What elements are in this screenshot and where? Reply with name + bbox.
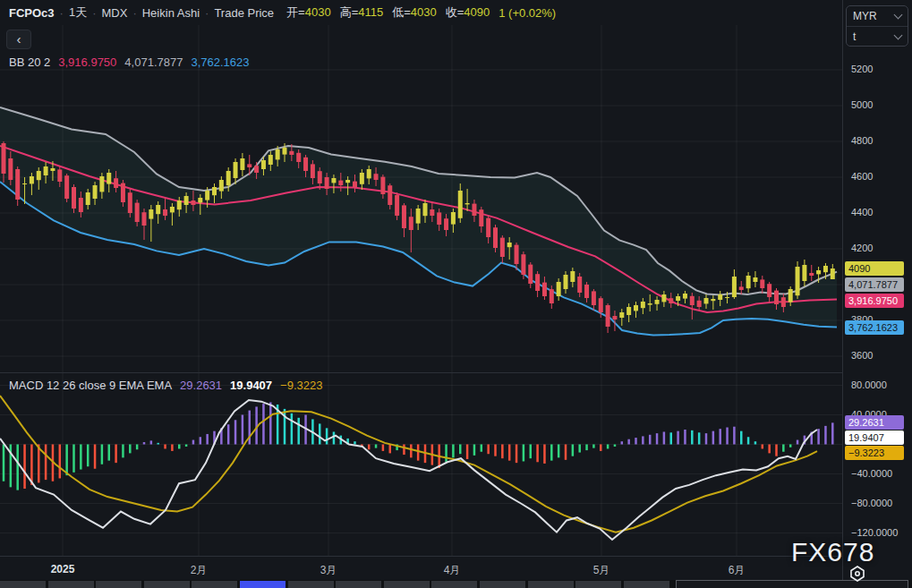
taskbar-segment[interactable] xyxy=(48,581,94,588)
chevron-down-icon xyxy=(894,11,903,20)
bb-indicator-legend[interactable]: BB 20 2 3,916.97504,071.78773,762.1623 xyxy=(9,55,250,69)
price-axis-label: 4600 xyxy=(851,171,873,182)
unit-dropdown[interactable]: t xyxy=(847,26,908,46)
price-axis-label: 3600 xyxy=(851,350,873,361)
taskbar-segment[interactable] xyxy=(192,581,237,588)
bb-legend-title[interactable]: BB 20 2 xyxy=(9,55,50,69)
trading-chart-app: FCPOc3 · 1天 · MDX · Heikin Ashi · Trade … xyxy=(0,0,912,588)
ohlc-pair: 收=4090 xyxy=(446,4,490,21)
back-button[interactable]: ‹ xyxy=(6,30,31,49)
change-value: 1 (+0.02%) xyxy=(499,6,556,20)
series-label: Trade Price xyxy=(214,6,274,20)
symbol-name[interactable]: FCPOc3 xyxy=(9,6,55,20)
price-badge: 19.9407 xyxy=(845,430,904,445)
macd-indicator-legend[interactable]: MACD 12 26 close 9 EMA EMA 29.263119.940… xyxy=(9,379,322,392)
separator-dot: · xyxy=(60,6,64,20)
price-axis-label: 4400 xyxy=(851,207,873,217)
separator-dot: · xyxy=(92,6,96,20)
separator-dot: · xyxy=(205,6,209,20)
fx678-logo-icon xyxy=(848,565,867,583)
back-arrow-icon: ‹ xyxy=(17,31,21,47)
time-axis-label: 3月 xyxy=(320,563,337,578)
ohlc-pair: 开=4030 xyxy=(286,4,331,21)
time-axis-label: 5月 xyxy=(593,563,610,578)
time-axis-label: 2025 xyxy=(51,563,75,575)
time-axis-label: 6月 xyxy=(729,563,746,578)
price-badge: 4,071.7877 xyxy=(845,277,904,292)
taskbar-segment[interactable] xyxy=(384,581,430,588)
ohlc-pair: 高=4115 xyxy=(340,4,384,21)
fx678-watermark: FX678 xyxy=(791,537,874,567)
unit-value: t xyxy=(853,30,856,43)
chart-style-label: Heikin Ashi xyxy=(142,6,200,20)
macd-legend-value: −9.3223 xyxy=(280,379,322,392)
macd-axis-label: 80.0000 xyxy=(851,379,887,390)
time-axis-label: 4月 xyxy=(444,563,461,578)
macd-legend-value: 19.9407 xyxy=(230,379,272,392)
taskbar-segment[interactable] xyxy=(575,581,621,588)
bb-legend-value: 4,071.7877 xyxy=(124,55,183,69)
symbol-header[interactable]: FCPOc3 · 1天 · MDX · Heikin Ashi · Trade … xyxy=(0,0,842,25)
bb-legend-value: 3,916.9750 xyxy=(58,55,116,69)
price-badge: 4090 xyxy=(845,261,904,276)
unit-selector-box: MYR t xyxy=(846,5,908,47)
taskbar-segment-active[interactable] xyxy=(240,581,286,588)
taskbar-segment[interactable] xyxy=(0,581,46,588)
price-badge: −9.3223 xyxy=(845,446,904,460)
taskbar-strip xyxy=(0,580,912,588)
taskbar-segment[interactable] xyxy=(96,581,141,588)
time-axis-label: 2月 xyxy=(191,563,208,578)
interval-label[interactable]: 1天 xyxy=(69,4,87,21)
currency-value: MYR xyxy=(853,10,877,22)
price-badge: 3,762.1623 xyxy=(845,320,904,335)
ohlc-values: 开=4030高=4115低=4030收=4090 xyxy=(286,4,490,21)
price-axis-label: 4800 xyxy=(851,135,873,146)
taskbar-segment[interactable] xyxy=(624,581,669,588)
macd-legend-title[interactable]: MACD 12 26 close 9 EMA EMA xyxy=(9,379,172,392)
taskbar-segment[interactable] xyxy=(336,581,381,588)
price-badge: 3,916.9750 xyxy=(845,294,904,308)
chart-canvas[interactable] xyxy=(0,0,912,588)
price-axis-label: 5200 xyxy=(851,64,873,74)
taskbar-segment[interactable] xyxy=(431,581,477,588)
taskbar-segment[interactable] xyxy=(528,581,574,588)
price-axis-label: 5000 xyxy=(851,99,873,110)
macd-axis-label: −40.0000 xyxy=(851,468,892,479)
time-scale[interactable]: 20252月3月4月5月6月 xyxy=(0,556,912,580)
bb-legend-value: 3,762.1623 xyxy=(191,55,249,69)
chevron-down-icon xyxy=(894,30,903,39)
macd-main-line xyxy=(0,400,817,540)
price-axis-label: 4200 xyxy=(851,243,873,253)
exchange-label: MDX xyxy=(102,6,128,20)
taskbar-segment[interactable] xyxy=(288,581,334,588)
currency-dropdown[interactable]: MYR xyxy=(847,6,908,26)
price-scale-panel[interactable]: MYR t 5200500048004600440042003800360080… xyxy=(842,0,912,588)
macd-axis-label: −80.0000 xyxy=(851,498,892,508)
ohlc-pair: 低=4030 xyxy=(392,4,437,21)
macd-axis-label: −120.0000 xyxy=(851,527,898,538)
taskbar-window-box[interactable] xyxy=(676,580,908,588)
taskbar-segment[interactable] xyxy=(480,581,525,588)
separator-dot: · xyxy=(132,6,136,20)
taskbar-segment[interactable] xyxy=(144,581,190,588)
macd-pane[interactable] xyxy=(0,396,834,540)
macd-legend-value: 29.2631 xyxy=(180,379,222,392)
price-badge: 29.2631 xyxy=(845,415,904,430)
